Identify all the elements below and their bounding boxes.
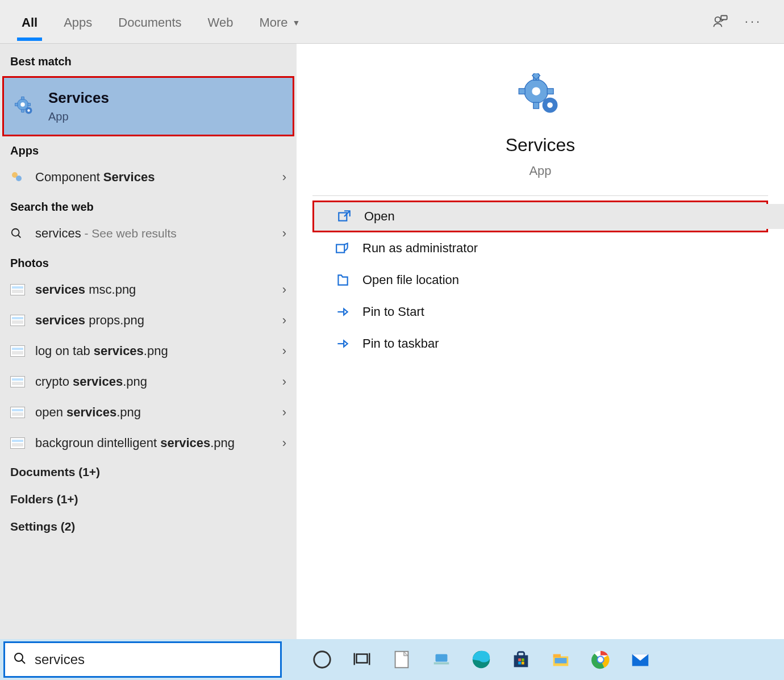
more-options-icon[interactable]: ···	[742, 10, 765, 33]
app-libreoffice-icon[interactable]	[382, 639, 422, 680]
photo-result[interactable]: open services.png ›	[0, 397, 297, 428]
chevron-right-icon: ›	[282, 436, 286, 450]
photo-result[interactable]: log on tab services.png ›	[0, 336, 297, 366]
svg-point-11	[16, 176, 22, 181]
action-run-admin[interactable]: Run as administrator	[312, 232, 768, 264]
svg-line-13	[18, 235, 21, 238]
taskbar-search-box[interactable]	[3, 641, 282, 678]
results-panel: Best match	[0, 44, 297, 639]
tab-apps[interactable]: Apps	[61, 3, 94, 40]
image-thumb-icon	[10, 437, 27, 449]
feedback-icon[interactable]	[709, 10, 732, 33]
chevron-right-icon: ›	[282, 226, 286, 241]
svg-rect-37	[518, 658, 521, 661]
svg-rect-36	[518, 652, 524, 657]
action-open[interactable]: Open	[312, 201, 768, 232]
svg-rect-40	[522, 662, 524, 665]
photo-label: crypto services.png	[35, 374, 282, 389]
photo-result[interactable]: services props.png ›	[0, 305, 297, 336]
taskbar-search-input[interactable]	[35, 652, 272, 668]
image-thumb-icon	[10, 406, 27, 419]
chevron-right-icon: ›	[282, 282, 286, 297]
svg-rect-18	[547, 89, 553, 94]
svg-rect-16	[533, 102, 539, 109]
action-pin-start-label: Pin to Start	[362, 304, 424, 319]
svg-rect-4	[22, 110, 24, 112]
web-search-result[interactable]: services - See web results ›	[0, 218, 297, 249]
svg-rect-3	[22, 97, 24, 100]
image-thumb-icon	[10, 314, 27, 327]
services-gear-icon	[14, 96, 35, 116]
tab-documents[interactable]: Documents	[116, 3, 184, 40]
chevron-right-icon: ›	[282, 170, 286, 185]
svg-rect-24	[336, 245, 344, 253]
action-pin-taskbar[interactable]: Pin to taskbar	[312, 328, 768, 360]
best-match-title: Services	[48, 89, 109, 107]
photo-result[interactable]: crypto services.png ›	[0, 366, 297, 397]
image-thumb-icon	[10, 345, 27, 357]
search-filter-tabs: All Apps Documents Web More ▼ ···	[0, 0, 784, 44]
action-open-label: Open	[364, 209, 395, 224]
svg-point-20	[532, 87, 540, 95]
svg-point-9	[27, 109, 30, 112]
chevron-right-icon: ›	[282, 313, 286, 328]
section-settings-count[interactable]: Settings (2)	[0, 513, 297, 540]
app-laptop-icon[interactable]	[422, 639, 461, 680]
app-result-label: Component Services	[35, 170, 282, 185]
svg-rect-1	[721, 16, 727, 20]
tab-all[interactable]: All	[19, 3, 40, 40]
app-store-icon[interactable]	[501, 639, 541, 680]
web-search-label: services - See web results	[35, 226, 282, 241]
taskbar	[0, 639, 784, 680]
app-explorer-icon[interactable]	[541, 639, 581, 680]
section-apps: Apps	[0, 136, 297, 162]
svg-point-25	[15, 653, 23, 661]
action-run-admin-label: Run as administrator	[362, 241, 478, 256]
search-icon	[13, 652, 27, 668]
app-result-component-services[interactable]: Component Services ›	[0, 162, 297, 193]
photo-result[interactable]: services msc.png ›	[0, 274, 297, 305]
photo-label: backgroun dintelligent services.png	[35, 436, 282, 450]
action-open-location[interactable]: Open file location	[312, 264, 768, 296]
section-search-web: Search the web	[0, 193, 297, 218]
image-thumb-icon	[10, 376, 27, 388]
section-folders-count[interactable]: Folders (1+)	[0, 486, 297, 513]
tab-web[interactable]: Web	[206, 3, 236, 40]
best-match-result[interactable]: Services App	[2, 76, 294, 136]
pin-icon	[335, 336, 350, 351]
search-icon	[10, 227, 27, 240]
photo-label: services msc.png	[35, 282, 282, 297]
image-thumb-icon	[10, 283, 27, 296]
svg-point-7	[20, 102, 25, 107]
detail-title: Services	[506, 135, 576, 156]
app-chrome-icon[interactable]	[581, 639, 620, 680]
svg-point-27	[314, 652, 331, 668]
task-view-icon[interactable]	[342, 639, 382, 680]
svg-point-0	[715, 17, 720, 22]
cortana-icon[interactable]	[302, 639, 342, 680]
open-icon	[337, 209, 352, 224]
svg-rect-23	[339, 213, 347, 221]
photo-label: log on tab services.png	[35, 344, 282, 358]
best-match-subtitle: App	[48, 110, 109, 123]
detail-panel: Services App Open R	[297, 44, 784, 639]
svg-rect-5	[15, 103, 18, 106]
photo-result[interactable]: backgroun dintelligent services.png ›	[0, 428, 297, 458]
svg-rect-32	[436, 654, 448, 662]
chevron-right-icon: ›	[282, 344, 286, 358]
component-services-icon	[10, 171, 27, 183]
svg-point-22	[547, 102, 553, 108]
chevron-right-icon: ›	[282, 405, 286, 420]
app-edge-icon[interactable]	[461, 639, 501, 680]
section-documents-count[interactable]: Documents (1+)	[0, 458, 297, 486]
svg-rect-17	[519, 89, 525, 94]
action-open-location-label: Open file location	[362, 273, 459, 287]
app-mail-icon[interactable]	[620, 639, 660, 680]
tab-more[interactable]: More ▼	[257, 3, 302, 40]
svg-rect-6	[28, 103, 31, 106]
folder-icon	[335, 273, 350, 287]
svg-point-46	[598, 657, 603, 662]
svg-rect-28	[357, 654, 368, 663]
action-pin-start[interactable]: Pin to Start	[312, 296, 768, 328]
action-pin-taskbar-label: Pin to taskbar	[362, 336, 439, 351]
